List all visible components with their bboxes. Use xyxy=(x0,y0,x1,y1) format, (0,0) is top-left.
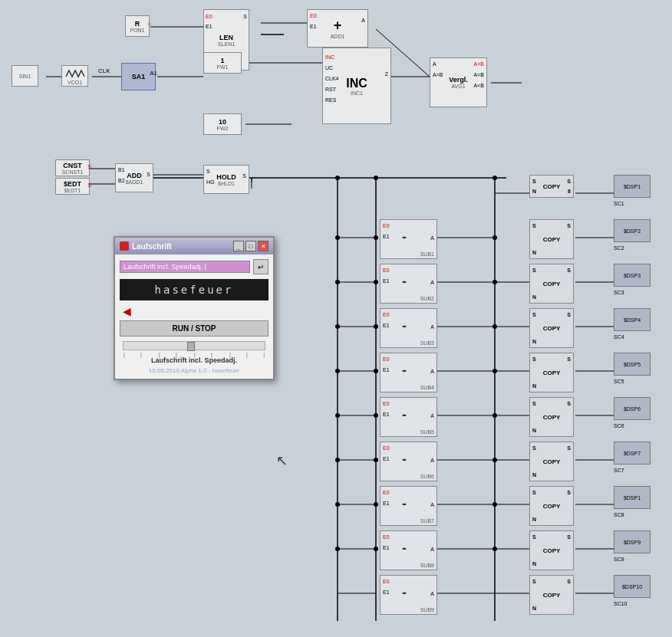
svg-point-42 xyxy=(335,413,340,418)
sdsp3-label: $DSP4 xyxy=(624,317,641,323)
copy4-block[interactable]: COPY S N S xyxy=(529,353,574,392)
cnst-label: SCNST1 xyxy=(62,169,84,175)
dialog-version: 10.09.2010 Alpha 1.0 - hasefeuer xyxy=(120,367,268,374)
copy2-block[interactable]: COPY S N S xyxy=(529,264,574,304)
sc7-label: SC8 xyxy=(614,512,624,517)
copy4-label: COPY xyxy=(543,369,561,376)
sedt-label: $EDT1 xyxy=(64,188,81,193)
sc5-label: SC6 xyxy=(614,423,624,428)
maximize-button[interactable]: □ xyxy=(245,241,256,251)
svg-point-41 xyxy=(335,369,340,373)
sdsp6-block: $DSP7 xyxy=(614,442,651,465)
inc-title: INC xyxy=(346,77,367,90)
minimize-button[interactable]: _ xyxy=(233,241,244,251)
copy9-block[interactable]: COPY S N S xyxy=(529,575,574,615)
enter-button[interactable]: ↵ xyxy=(253,259,268,274)
sub3-label: SUB3 xyxy=(420,340,434,346)
sub4-block: E0 E1 - A SUB4 xyxy=(380,353,437,392)
sdsp7-label: $DSP1 xyxy=(624,495,641,501)
copy1-label: COPY xyxy=(543,236,561,243)
dialog-title: Laufschrift xyxy=(132,242,172,251)
svg-point-50 xyxy=(374,413,378,418)
sub5-label: SUB5 xyxy=(420,429,434,435)
inc-block: INC INC1 INC UC CLK4 RST RES Z xyxy=(322,48,391,124)
vco1-block: VCO1 xyxy=(61,65,88,87)
sub4-label: SUB4 xyxy=(420,385,434,390)
sub8-label: SUB8 xyxy=(420,563,434,568)
svg-point-49 xyxy=(374,369,378,373)
sdsp0-block: $DSP1 xyxy=(614,175,651,198)
marquee-display: hasefeuer xyxy=(120,279,268,300)
sdsp9-block: $DSP10 xyxy=(614,575,651,598)
svg-point-37 xyxy=(492,176,497,180)
sc0-label: SC1 xyxy=(614,201,624,206)
svg-point-53 xyxy=(374,547,378,551)
fw1-block: 1 FW1 xyxy=(203,52,242,74)
hold-block: HOLD $HLD1 S HG S xyxy=(203,165,249,194)
sub5-block: E0 E1 - A SUB5 xyxy=(380,397,437,437)
copy7-block[interactable]: COPY S N S xyxy=(529,486,574,526)
svg-point-45 xyxy=(335,547,340,551)
sub1-label: SUB1 xyxy=(420,251,434,257)
hold-title: HOLD xyxy=(216,173,236,181)
sdsp6-label: $DSP7 xyxy=(624,451,641,456)
r-block-label: PON1 xyxy=(130,28,144,33)
svg-point-38 xyxy=(335,235,340,240)
sub2-block: E0 E1 - A SUB2 xyxy=(380,264,437,304)
len-title: LEN xyxy=(219,34,233,41)
sadd1-label: $ADD1 xyxy=(126,179,143,185)
run-stop-button[interactable]: RUN / STOP xyxy=(120,320,268,337)
svg-point-58 xyxy=(492,413,497,418)
svg-point-54 xyxy=(492,235,497,240)
inc-label: INC1 xyxy=(351,90,363,96)
copy9-label: COPY xyxy=(543,592,561,599)
dialog-description: Laufschrift incl. Speedadj. xyxy=(120,356,268,364)
svg-point-55 xyxy=(492,280,497,284)
text-input[interactable] xyxy=(120,261,250,273)
svg-point-48 xyxy=(374,324,378,329)
sc8-label: SC9 xyxy=(614,557,624,562)
copy6-label: COPY xyxy=(543,458,561,465)
copy0-block[interactable]: COPY S N S 8 xyxy=(529,175,574,198)
copy6-block[interactable]: COPY S N S xyxy=(529,442,574,481)
add1-label: ADD1 xyxy=(331,34,345,39)
sc9-label: SC10 xyxy=(614,601,628,606)
dialog-titlebar: Laufschrift _ □ ✕ xyxy=(115,238,273,254)
sdsp2-label: $DSP3 xyxy=(624,273,641,278)
fw1-label: FW1 xyxy=(217,64,229,70)
sub6-block: E0 E1 - A SUB6 xyxy=(380,442,437,481)
sc3-label: SC4 xyxy=(614,334,624,340)
sdsp5-block: $DSP6 xyxy=(614,397,651,420)
close-button[interactable]: ✕ xyxy=(258,241,268,251)
slider-thumb[interactable] xyxy=(187,342,195,351)
svg-point-60 xyxy=(492,502,497,507)
sub3-block: E0 E1 - A SUB3 xyxy=(380,308,437,348)
sub8-block: E0 E1 - A SUB8 xyxy=(380,530,437,570)
r-block: R PON1 ○ xyxy=(125,15,150,37)
sub2-label: SUB2 xyxy=(420,296,434,301)
slider-track[interactable]: | | | | | | | | | xyxy=(123,341,265,350)
sub9-block: E0 E1 - A SUB9 xyxy=(380,575,437,615)
fw2-label: FW2 xyxy=(217,126,229,131)
red-arrow: ◀ xyxy=(123,305,268,317)
sdsp8-label: $DSP9 xyxy=(624,540,641,545)
sc4-label: SC5 xyxy=(614,379,624,384)
copy5-block[interactable]: COPY S N S xyxy=(529,397,574,437)
svg-point-59 xyxy=(492,458,497,462)
copy8-block[interactable]: COPY S N S xyxy=(529,530,574,570)
copy1-block[interactable]: COPY S N S xyxy=(529,219,574,259)
sdsp8-block: $DSP9 xyxy=(614,530,651,553)
sc6-label: SC7 xyxy=(614,468,624,473)
sdsp4-block: $DSP5 xyxy=(614,353,651,376)
sub7-block: E0 E1 - A SUB7 xyxy=(380,486,437,526)
sadd1-title: ADD xyxy=(127,172,142,179)
fw2-title: 10 xyxy=(219,118,226,126)
svg-point-44 xyxy=(335,502,340,507)
hold-label: $HLD1 xyxy=(218,181,235,186)
copy3-block[interactable]: COPY S N S xyxy=(529,308,574,348)
copy7-label: COPY xyxy=(543,503,561,510)
sin1-block: SIN1 xyxy=(12,65,38,87)
svg-point-35 xyxy=(335,176,340,180)
sub9-label: SUB9 xyxy=(420,607,434,612)
cnst-block: CNST SCNST1 S xyxy=(55,159,90,176)
